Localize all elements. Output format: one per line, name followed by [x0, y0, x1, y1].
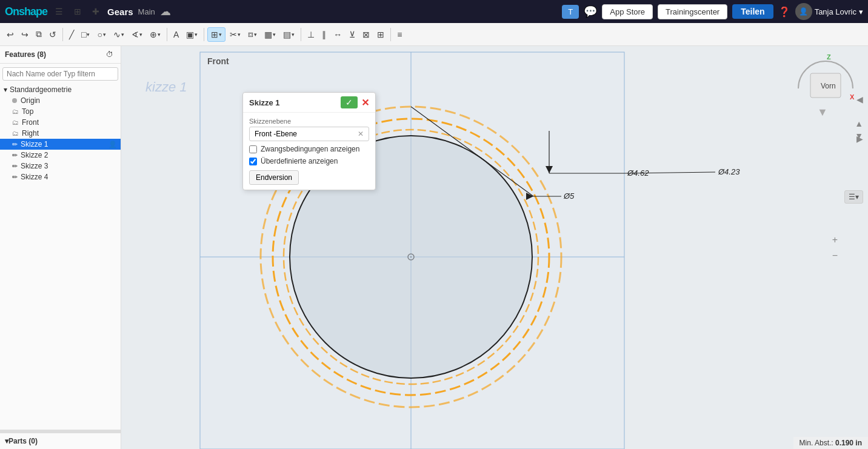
status-label: Min. Abst.:: [800, 439, 835, 447]
zwang-checkbox[interactable]: [249, 145, 257, 153]
nav-left-button[interactable]: ◀: [856, 95, 863, 104]
nav-right-button-wrap: ▶: [856, 134, 863, 144]
separator-1: [62, 28, 63, 41]
redo-button[interactable]: ↪: [18, 28, 32, 41]
user-icon: 👤: [109, 141, 117, 148]
trim-tool[interactable]: ✂▾: [227, 28, 244, 41]
separator-2: [167, 28, 167, 41]
rectangle-tool[interactable]: □▾: [78, 28, 93, 41]
constraint-tool[interactable]: ⊞▾: [207, 27, 225, 42]
main-layout: Features (8) ⏱ ▾ Standardgeometrie Origi…: [0, 46, 868, 449]
svg-text:Ø4.23: Ø4.23: [718, 167, 740, 176]
svg-text:Z: Z: [827, 53, 831, 61]
nav-up-button[interactable]: ▲: [855, 119, 863, 128]
svg-text:▼: ▼: [817, 106, 828, 118]
tree-item-right[interactable]: 🗂 Right: [0, 128, 121, 139]
viewport-svg: Front: [121, 46, 868, 449]
zoom-out-button[interactable]: −: [832, 250, 838, 261]
convert-tool[interactable]: ↔: [330, 28, 345, 41]
svg-text:Front: Front: [207, 56, 229, 66]
document-title: Gears: [107, 7, 133, 17]
toolbar: ↩ ↪ ⧉ ↺ ╱ □▾ ○▾ ∿▾ ∢▾ ⊕▾ A ▣▾ ⊞▾ ✂▾ ⧈▾ ▦…: [0, 23, 868, 46]
chat-button[interactable]: 💬: [584, 5, 597, 18]
more-tools[interactable]: ≡: [394, 28, 405, 41]
skizze2-label: Skizze 2: [21, 151, 48, 159]
expand-arrow: ▾: [4, 85, 7, 94]
plane-selector[interactable]: Front -Ebene ✕: [249, 127, 369, 141]
dimension-tool[interactable]: ∥: [319, 28, 329, 41]
folder-icon: 🗂: [12, 108, 19, 115]
sketch-icon: ✏: [12, 141, 18, 148]
line-tool[interactable]: ╱: [66, 28, 77, 41]
tree-item-origin[interactable]: Origin: [0, 95, 121, 106]
share-button[interactable]: Teilen: [732, 4, 773, 19]
user-dropdown-icon: ▾: [859, 7, 863, 16]
sketch-icon: ✏: [12, 162, 18, 170]
user-menu[interactable]: 👤 Tanja Lovric ▾: [795, 3, 863, 20]
user-name: Tanja Lovric: [815, 7, 856, 16]
rotate-button[interactable]: ↺: [46, 28, 59, 41]
mirror-tool[interactable]: ▤▾: [280, 28, 298, 41]
sketch-panel-header: Skizze 1 ✓ ✕: [243, 93, 375, 113]
cube-dropdown-wrap: ☰▾: [844, 190, 863, 204]
cube-menu-button[interactable]: ☰▾: [844, 190, 863, 204]
parts-header[interactable]: ▾ Parts (0): [0, 433, 121, 449]
add-button[interactable]: ✚: [89, 5, 102, 18]
folder-icon: 🗂: [12, 130, 19, 137]
training-button[interactable]: Trainingscenter: [658, 4, 727, 19]
sketch-cancel-button[interactable]: ✕: [361, 96, 369, 108]
origin-label: Origin: [21, 96, 40, 105]
standardgeometrie-group[interactable]: ▾ Standardgeometrie: [0, 84, 121, 95]
zwang-label: Zwangsbedingungen anzeigen: [261, 145, 359, 153]
tree-item-top[interactable]: 🗂 Top: [0, 106, 121, 117]
canvas-area: ? kizze 1 Front: [121, 46, 868, 449]
pattern-tool[interactable]: ▦▾: [261, 28, 279, 41]
history-button[interactable]: ⏱: [104, 50, 116, 59]
ueber-checkbox[interactable]: [249, 158, 257, 165]
viewport[interactable]: Skizze 1 ✓ ✕ Skizzenebene Front -Ebene ✕…: [121, 46, 868, 449]
template-button[interactable]: T: [562, 5, 579, 19]
text-tool[interactable]: A: [170, 28, 182, 41]
spline-tool[interactable]: ∿▾: [110, 28, 127, 41]
folder-icon: 🗂: [12, 119, 19, 126]
zoom-in-button[interactable]: +: [832, 234, 838, 245]
image-tool[interactable]: ▣▾: [183, 28, 201, 41]
tree-item-skizze3[interactable]: ✏ Skizze 3: [0, 161, 121, 171]
tree-item-skizze4[interactable]: ✏ Skizze 4: [0, 171, 121, 182]
tree-item-front[interactable]: 🗂 Front: [0, 117, 121, 128]
project-tool[interactable]: ⊞: [374, 28, 387, 41]
help-button[interactable]: ❓: [778, 6, 790, 18]
parts-label: Parts (0): [8, 437, 38, 445]
svg-text:Ø5: Ø5: [563, 191, 575, 201]
intersect-tool[interactable]: ⊠: [359, 28, 373, 41]
front-label: Front: [22, 118, 39, 127]
filter-input[interactable]: [2, 67, 118, 81]
use-tool[interactable]: ⊻: [346, 28, 358, 41]
undo-button[interactable]: ↩: [4, 28, 17, 41]
sketch-icon: ✏: [12, 151, 18, 159]
tree-item-skizze1[interactable]: ✏ Skizze 1 👤: [0, 139, 121, 150]
tree-item-skizze2[interactable]: ✏ Skizze 2: [0, 150, 121, 161]
construction-tool[interactable]: ⊥: [304, 28, 318, 41]
sketch-ok-button[interactable]: ✓: [341, 96, 358, 108]
nav-right-button[interactable]: ▶: [856, 134, 863, 144]
polygon-tool[interactable]: ∢▾: [129, 28, 145, 41]
separator-5: [390, 28, 391, 41]
plane-value: Front -Ebene: [255, 130, 297, 138]
plane-clear-icon[interactable]: ✕: [358, 130, 364, 138]
endversion-button[interactable]: Endversion: [249, 170, 299, 185]
hamburger-menu-button[interactable]: ☰: [52, 5, 66, 18]
filter-wrap: [0, 64, 121, 84]
onshape-logo[interactable]: Onshape: [5, 5, 47, 18]
appstore-button[interactable]: App Store: [602, 4, 653, 19]
skizzenebene-label: Skizzenebene: [249, 118, 369, 125]
point-tool[interactable]: ⊕▾: [147, 28, 164, 41]
copy-button[interactable]: ⧉: [33, 27, 45, 41]
offset-tool[interactable]: ⧈▾: [245, 27, 260, 41]
skizze3-label: Skizze 3: [21, 162, 48, 170]
circle-tool[interactable]: ○▾: [94, 28, 109, 41]
filter-button[interactable]: ⊞: [71, 5, 84, 18]
ueber-label: Überdefinierte anzeigen: [261, 157, 338, 165]
navigator-cube[interactable]: Z Vorn X ▼: [789, 52, 862, 119]
separator-3: [204, 28, 204, 41]
